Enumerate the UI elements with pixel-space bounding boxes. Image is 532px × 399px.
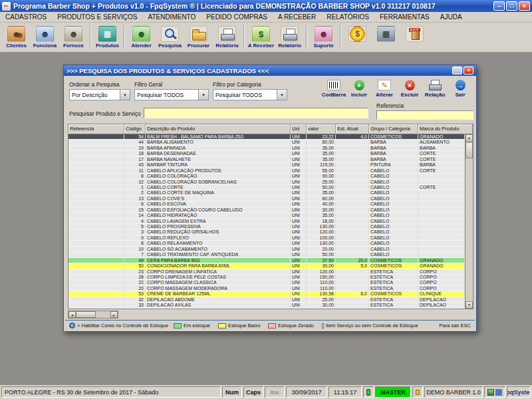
menu-item[interactable]: PEDIDO COMPRAS [201,13,273,21]
toolbar-button[interactable]: ☻ Atender [127,26,156,49]
table-row[interactable]: 8 CABELO RELAXAMENTO UNI 130,00 CABELO [68,241,465,246]
menu-item[interactable]: PRODUTOS E SERVIÇOS [52,13,142,21]
table-row[interactable]: 49 CERA PARA BARBA 50G UNI 37,50 20,0 CO… [68,258,465,263]
toolbar-button[interactable]: ▦ Produtos [93,26,122,49]
column-header[interactable]: Código [124,124,146,134]
toolbar-button[interactable]: Relatório [213,26,241,49]
close-button[interactable]: × [519,1,530,11]
cell-marca [418,224,465,229]
scroll-up-arrow-icon[interactable] [466,134,473,142]
column-header[interactable]: Referencia [68,124,124,134]
table-row[interactable]: 6 CABELO ESCOVA UNI 40,00 CABELO [68,201,465,207]
action-button[interactable]: ✎ Alterar [372,77,396,98]
enable-colors-toggle[interactable]: > Habilitar Cores no Controle de Estoque [69,323,168,329]
table-row[interactable]: 53 CREME DE BARBEAR 125ML UNI 130,58 8,0… [68,291,465,297]
menu-item[interactable]: A RECEBER [273,13,321,21]
scroll-right-arrow-icon[interactable] [110,311,118,318]
horizontal-scrollbar[interactable] [68,311,118,319]
cell-valor: 25,00 [307,180,336,184]
toolbar-button[interactable]: ☻ Suporte [309,26,338,49]
toolbar-button[interactable]: $ A Receber [247,26,275,49]
table-row[interactable]: 43 BARBAR TINTURA UNI 115,00 PINTURA BAR… [68,162,465,168]
table-row[interactable]: 14 CABELO HIDRATAÇÃO UNI 35,00 CABELO [68,213,465,218]
table-row[interactable]: 2 CABELO CORTE DE MAQUINA UNI 35,00 CABE… [68,190,465,196]
toolbar-button[interactable] [400,26,429,49]
column-header[interactable]: Marca do Produto [418,124,473,134]
cell-valor: 130,00 [307,224,336,229]
general-filter-select[interactable]: Pesquisar TODOS [134,89,209,100]
column-header[interactable]: valor [307,124,336,134]
cell-uni: UNI [291,185,307,190]
action-button[interactable]: × Excluir [398,77,422,98]
window-title-bar[interactable]: >>> PESQUISA DOS PRODUTOS & SERVIÇOS CAD… [64,65,476,76]
scrollbar-thumb[interactable] [76,311,96,318]
action-button[interactable]: Relação [423,77,447,98]
minimize-button[interactable]: – [493,1,505,11]
cell-marca [418,219,465,223]
table-row[interactable]: 17 BARBA NAVALHETE UNI 35,00 BARBA CORTE [68,157,465,162]
status-segment: Num [222,386,242,398]
table-row[interactable]: 50 CONDICIONADOR PARA BARBA 60ML UNI 30,… [68,263,465,269]
action-button[interactable]: → Sair [448,77,472,98]
menu-item[interactable]: FERRAMENTAS [374,13,435,21]
column-header[interactable]: Est. Atual [336,124,369,134]
category-filter-select[interactable]: Pesquisar TODOS [213,89,287,100]
table-row[interactable]: 54 BALM FRESH - BALSAMO PARA BARBA 25G U… [68,134,465,140]
table-row[interactable]: 18 BARBA DESENHADAS UNI 35,00 BARBA CORT… [68,151,465,156]
maximize-button[interactable]: □ [506,1,517,11]
table-row[interactable]: 32 DEPILACAO ABDOME UNI 25,00 ESTETICA D… [68,297,465,303]
column-header[interactable]: Uni [291,124,307,134]
table-row[interactable]: 20 CORPO MASSAGEM MODERADORA UNI 110,00 … [68,286,465,291]
table-row[interactable]: 28 CORPO LIMPEZA DE PELE COSTAS UNI 150,… [68,275,465,280]
cell-codigo: 8 [124,241,146,245]
scroll-left-arrow-icon[interactable] [68,311,76,318]
table-row[interactable]: 5 CABELO PROGRESSIVA UNI 130,00 CABELO [68,224,465,229]
table-row[interactable]: 7 CABELO TRATAMENTO CAP. ANTIQUEDA UNI 5… [68,252,465,257]
cell-valor: 130,00 [307,241,336,245]
table-row[interactable]: 4 CABELO LAVAGEM EXTRA UNI 18,00 CABELO [68,219,465,224]
window-aux-button[interactable] [452,66,462,74]
table-row[interactable]: 23 CORPO DRENAGEM LINFATICA UNI 120,00 E… [68,269,465,275]
search-product-input[interactable] [144,108,368,118]
table-row[interactable]: 15 CABELO ESFOLIAÇÃO COURO CABELUDO UNI … [68,207,465,213]
menu-item[interactable]: AJUDA [435,13,467,21]
table-row[interactable]: 9 CABELO REFLEXO UNI 100,00 CABELO [68,235,465,241]
menu-item[interactable]: CADASTROS [0,13,52,21]
toolbar-button[interactable]: Procurar [184,26,213,49]
table-row[interactable]: 11 CABELO APLICAÇÃO PRODUTOS UNI 55,00 C… [68,168,465,174]
table-row[interactable]: 33 DEPILACAO AXILAS UNI 30,00 ESTETICA D… [68,303,465,308]
table-row[interactable]: 8 CABELO COLORAÇÃO UNI 90,00 CABELO [68,174,465,179]
action-button[interactable]: + Incluir [347,77,371,98]
window-close-button[interactable]: × [464,66,473,74]
menu-item[interactable]: ATENDIMENTO [142,13,201,21]
cell-codigo: 17 [124,157,146,162]
scroll-down-arrow-icon[interactable] [466,301,473,309]
toolbar-button[interactable]: ☻ Funciona [31,26,59,49]
order-by-select[interactable]: Por Descrição [69,89,130,100]
toolbar-button[interactable]: Pesquisa [156,26,184,49]
menu-item[interactable]: RELATÓRIOS [321,13,374,21]
cell-est-atual: 8,0 [336,291,369,296]
toolbar-button[interactable]: ☻ Clientes [2,26,31,49]
toolbar-button[interactable]: Relatório [275,26,304,49]
table-row[interactable]: 3 CABELO REDUÇÃO GRISALHOS UNI 120,00 CA… [68,229,465,235]
reference-input[interactable] [376,110,473,120]
action-button[interactable]: CodBarra [322,77,346,98]
cell-referencia [68,269,124,274]
toolbar-button[interactable]: ☻ Fornece [59,26,88,49]
table-row[interactable]: 22 CORPO MASSAGEM CLASSICA UNI 110,00 ES… [68,280,465,285]
toolbar-button[interactable]: ▦ [372,26,400,49]
table-row[interactable]: 12 CABELO COLORAÇÃO SOBRANCELHAS UNI 25,… [68,180,465,185]
vertical-scrollbar[interactable] [465,134,473,309]
column-header[interactable]: Descrição do Produto [146,124,291,134]
cell-marca [418,190,465,195]
cell-valor: 35,00 [307,151,336,156]
table-row[interactable]: 44 BARBA ALISAMENTO UNI 80,00 BARBA ALIS… [68,140,465,145]
scrollbar-thumb[interactable] [466,142,473,158]
table-row[interactable]: 10 CABELO SÓ ACABAMENTO UNI 20,00 CABELO [68,247,465,252]
table-row[interactable]: 19 BARBA APARADA UNI 35,00 BARBA BARBA [68,146,465,151]
table-row[interactable]: 1 CABELO CORTE UNI 50,00 CABELO CORTE [68,185,465,190]
toolbar-button[interactable]: $ [343,26,372,49]
table-row[interactable]: 13 CABELO COVE'S UNI 60,00 CABELO [68,196,465,201]
column-header[interactable]: Grupo / Categoria [369,124,418,134]
